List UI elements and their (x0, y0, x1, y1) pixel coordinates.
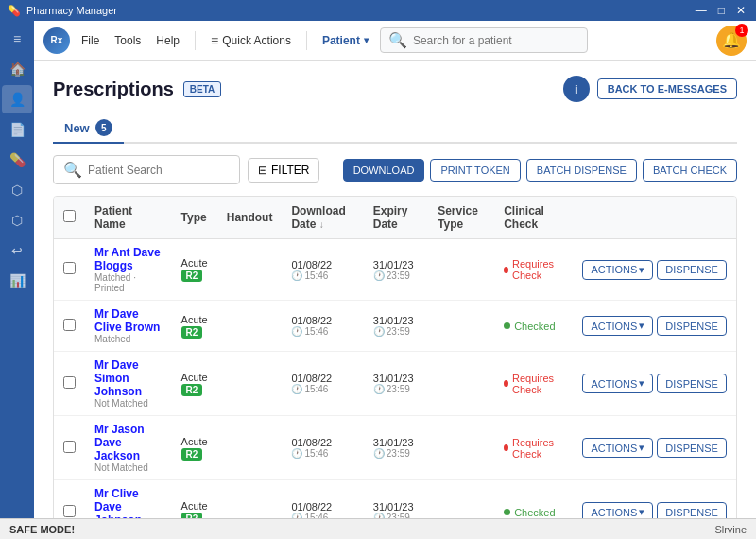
actions-button[interactable]: ACTIONS ▾ (582, 502, 653, 518)
dispense-button[interactable]: DISPENSE (657, 316, 727, 336)
tabs: New 5 (53, 113, 737, 144)
patient-search-input[interactable] (88, 164, 230, 177)
actions-button[interactable]: ACTIONS ▾ (582, 374, 653, 393)
clinical-check-status: Requires Check (504, 258, 563, 281)
search-field-icon: 🔍 (63, 161, 82, 179)
patient-name[interactable]: Mr Clive Dave Johnson (94, 487, 163, 518)
filter-button[interactable]: ⊟ FILTER (248, 158, 319, 183)
row-checkbox[interactable] (63, 376, 76, 389)
dispense-button[interactable]: DISPENSE (657, 374, 727, 393)
nav-help[interactable]: Help (156, 34, 180, 47)
row-checkbox[interactable] (63, 505, 76, 517)
sidebar-icon-back[interactable]: ↩ (2, 236, 32, 265)
row-checkbox[interactable] (63, 319, 76, 331)
patient-dropdown[interactable]: Patient ▾ (322, 34, 369, 47)
print-token-button[interactable]: PRINT TOKEN (430, 159, 520, 182)
handout-cell (217, 301, 283, 352)
dispense-button[interactable]: DISPENSE (657, 260, 727, 280)
minimize-btn[interactable]: — (693, 4, 710, 17)
patient-name[interactable]: Mr Dave Simon Johnson (94, 358, 163, 398)
type-label: Acute (181, 314, 208, 325)
batch-dispense-button[interactable]: BATCH DISPENSE (526, 159, 637, 182)
info-button[interactable]: i (563, 76, 590, 102)
type-label: Acute (181, 257, 208, 269)
handout-cell (217, 352, 283, 416)
patient-sub: Matched · Printed (94, 272, 163, 293)
expiry-date: 31/01/23 (373, 259, 419, 270)
select-all-checkbox[interactable] (63, 210, 76, 222)
window-controls[interactable]: — □ ✕ (693, 4, 748, 17)
clinical-check-status: Checked (504, 321, 563, 332)
col-actions (573, 197, 736, 239)
download-button[interactable]: DOWNLOAD (343, 159, 425, 182)
table-row: Mr Dave Clive Brown Matched Acute R2 01/… (54, 301, 736, 352)
sidebar-icon-grid[interactable]: ⬡ (2, 176, 32, 204)
patient-name[interactable]: Mr Ant Dave Bloggs (94, 246, 163, 272)
app-title: Pharmacy Manager (26, 5, 117, 16)
clinical-check-status: Checked (504, 507, 563, 518)
global-search-box[interactable]: 🔍 (380, 27, 588, 53)
clinical-check-status: Requires Check (504, 437, 563, 460)
actions-button[interactable]: ACTIONS ▾ (582, 260, 653, 280)
type-label: Acute (181, 372, 208, 383)
status-dot (504, 267, 508, 273)
table-body: Mr Ant Dave Bloggs Matched · Printed Acu… (54, 239, 736, 519)
close-btn[interactable]: ✕ (733, 4, 748, 17)
quick-actions-label: Quick Actions (222, 34, 291, 47)
global-search-input[interactable] (413, 34, 579, 47)
clock-icon2: 🕐 (373, 448, 385, 459)
download-date: 01/08/22 (291, 501, 353, 513)
type-badge: R2 (181, 448, 203, 461)
batch-check-button[interactable]: BATCH CHECK (643, 159, 737, 182)
notification-badge: 1 (735, 24, 748, 37)
chevron-icon: ▾ (639, 377, 644, 390)
status-dot (504, 322, 510, 329)
col-download-date[interactable]: Download Date ↓ (282, 197, 363, 239)
tab-new[interactable]: New 5 (53, 113, 124, 144)
expiry-date: 31/01/23 (373, 315, 419, 326)
sidebar-icon-user[interactable]: 👤 (2, 85, 32, 113)
sidebar-icon-home[interactable]: 🏠 (2, 55, 32, 83)
row-actions: ACTIONS ▾ DISPENSE (582, 502, 727, 518)
status-dot (504, 509, 510, 515)
sidebar-icon-chart[interactable]: 📊 (2, 267, 32, 295)
service-type-cell (428, 480, 494, 519)
row-actions: ACTIONS ▾ DISPENSE (582, 374, 727, 393)
sidebar-icon-document[interactable]: 📄 (2, 115, 32, 144)
actions-button[interactable]: ACTIONS ▾ (582, 438, 653, 458)
clock-icon: 🕐 (291, 448, 302, 459)
download-time: 🕐 15:46 (291, 270, 353, 281)
nav-tools[interactable]: Tools (114, 34, 141, 47)
sidebar-icon-menu[interactable]: ≡ (2, 25, 32, 53)
clock-icon: 🕐 (291, 326, 302, 337)
patient-search-field[interactable]: 🔍 (53, 155, 240, 184)
sidebar-icon-grid2[interactable]: ⬡ (2, 206, 32, 235)
status-dot (504, 380, 508, 387)
header-actions: i BACK TO E-MESSAGES (563, 76, 737, 102)
prescriptions-table: Patient Name Type Handout Download Date … (54, 197, 736, 518)
col-expiry-date: Expiry Date (364, 197, 428, 239)
patient-name[interactable]: Mr Dave Clive Brown (94, 307, 163, 334)
quick-actions-btn[interactable]: ≡ Quick Actions (211, 33, 291, 48)
actions-button[interactable]: ACTIONS ▾ (582, 316, 653, 336)
dispense-button[interactable]: DISPENSE (657, 502, 727, 518)
chevron-icon: ▾ (639, 442, 644, 454)
patient-sub: Not Matched (94, 398, 163, 409)
nav-file[interactable]: File (81, 34, 99, 47)
download-date: 01/08/22 (291, 437, 353, 448)
safe-mode-label: SAFE MODE! (9, 524, 75, 535)
row-checkbox[interactable] (63, 441, 76, 453)
row-checkbox[interactable] (63, 262, 76, 274)
chevron-icon: ▾ (639, 320, 644, 332)
status-user: Slrvine (714, 524, 747, 535)
sidebar-icon-pill[interactable]: 💊 (2, 146, 32, 174)
back-to-emessages-button[interactable]: BACK TO E-MESSAGES (597, 78, 737, 99)
download-time: 🕐 15:46 (291, 448, 353, 459)
notification-bell[interactable]: 🔔 1 (716, 26, 747, 56)
maximize-btn[interactable]: □ (715, 4, 728, 17)
patient-label: Patient (322, 34, 360, 47)
page-header: Prescriptions BETA i BACK TO E-MESSAGES (53, 76, 737, 102)
patient-name[interactable]: Mr Jason Dave Jackson (94, 423, 163, 462)
dispense-button[interactable]: DISPENSE (657, 438, 727, 458)
search-icon: 🔍 (388, 31, 407, 49)
